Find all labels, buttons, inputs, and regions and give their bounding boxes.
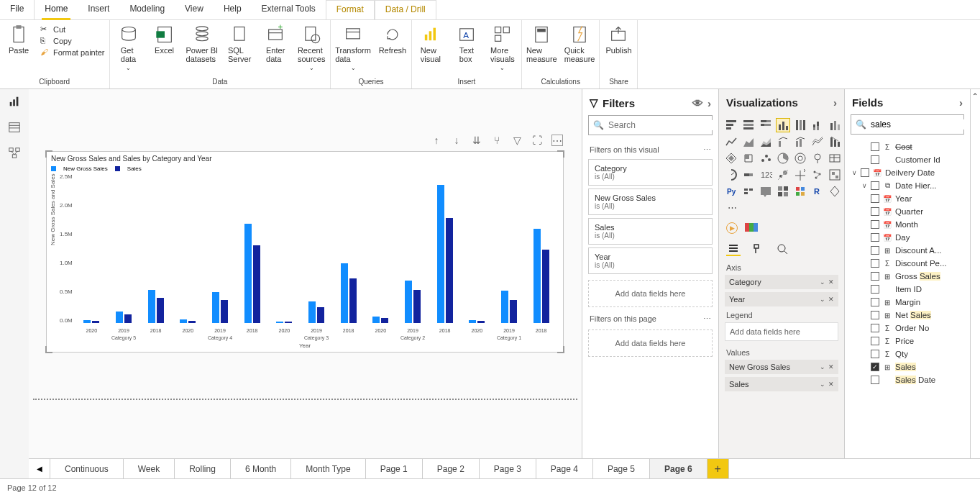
custom-visual-icon[interactable] <box>745 222 758 235</box>
expand-all-icon[interactable]: ⇊ <box>471 135 482 146</box>
bar[interactable] <box>510 300 517 323</box>
more-options-icon[interactable]: ⋯ <box>551 135 563 146</box>
menu-view[interactable]: View <box>175 0 214 19</box>
bar[interactable] <box>276 322 283 323</box>
viz-type-icon[interactable]: ⋯ <box>725 201 738 214</box>
menu-format[interactable]: Format <box>326 0 375 19</box>
viz-type-icon[interactable] <box>794 152 807 165</box>
page-tab[interactable]: Page 3 <box>480 459 536 478</box>
viz-type-icon[interactable] <box>777 168 789 181</box>
tabs-prev[interactable]: ◀ <box>29 459 50 478</box>
viz-type-icon[interactable] <box>777 135 789 148</box>
pbi-datasets-button[interactable]: Power BI datasets <box>186 24 219 63</box>
field-row[interactable]: ✓⊞Sales <box>845 360 970 373</box>
chevron-down-icon[interactable]: ⌄ <box>820 381 825 388</box>
bar[interactable] <box>92 321 99 323</box>
bar[interactable] <box>446 218 453 323</box>
viz-type-icon[interactable] <box>811 119 824 132</box>
viz-type-icon[interactable] <box>742 119 755 132</box>
recent-sources-button[interactable]: Recent sources⌄ <box>297 24 326 71</box>
new-measure-button[interactable]: New measure <box>526 24 557 63</box>
bar[interactable] <box>244 224 252 323</box>
page-tab[interactable]: Page 1 <box>366 459 423 478</box>
add-page-filter[interactable]: Add data fields here <box>588 329 713 357</box>
bar[interactable] <box>405 281 412 323</box>
remove-icon[interactable]: ✕ <box>828 296 834 303</box>
fields-search[interactable]: 🔍 <box>851 114 964 135</box>
analytics-tab[interactable] <box>775 242 789 256</box>
bar[interactable] <box>372 317 380 323</box>
cut-button[interactable]: ✂Cut <box>40 24 105 35</box>
field-row[interactable]: ⊞Net Sales <box>845 309 970 322</box>
chart-visual[interactable]: ↑ ↓ ⇊ ⑂ ▽ ⛶ ⋯ New Gross Sales and Sales … <box>46 151 564 353</box>
bar[interactable] <box>381 318 388 323</box>
menu-external-tools[interactable]: External Tools <box>252 0 326 19</box>
add-page-button[interactable]: + <box>707 459 729 478</box>
filters-search[interactable]: 🔍 <box>588 115 713 135</box>
viz-type-icon[interactable] <box>811 152 824 165</box>
viz-type-icon[interactable]: R <box>811 185 824 198</box>
bar[interactable] <box>341 263 348 323</box>
viz-type-icon[interactable] <box>777 152 789 165</box>
bar[interactable] <box>83 320 91 323</box>
viz-type-icon[interactable]: Py <box>725 185 738 198</box>
field-row[interactable]: 📅Quarter <box>845 205 970 218</box>
format-tab[interactable] <box>751 242 765 256</box>
format-painter-button[interactable]: 🖌Format painter <box>40 47 105 58</box>
eye-icon[interactable]: 👁 <box>692 97 703 109</box>
viz-type-icon[interactable] <box>742 185 755 198</box>
filter-card[interactable]: Yearis (All) <box>588 247 713 274</box>
collapse-icon[interactable]: › <box>833 96 837 109</box>
viz-type-icon[interactable] <box>725 119 738 132</box>
viz-type-icon[interactable] <box>828 152 841 165</box>
bar[interactable] <box>116 312 123 323</box>
viz-type-icon[interactable] <box>742 135 755 148</box>
filter-card[interactable]: Categoryis (All) <box>588 159 713 186</box>
drill-down-icon[interactable]: ↓ <box>451 135 462 146</box>
collapse-icon[interactable]: › <box>707 97 711 109</box>
field-row[interactable]: ⊞Gross Sales <box>845 270 970 283</box>
page-tab[interactable]: Page 4 <box>536 459 593 478</box>
viz-type-icon[interactable] <box>742 152 755 165</box>
page-tab[interactable]: Page 2 <box>423 459 480 478</box>
bar[interactable] <box>285 322 292 323</box>
page-tab[interactable]: 6 Month <box>231 459 291 478</box>
report-canvas[interactable]: ↑ ↓ ⇊ ⑂ ▽ ⛶ ⋯ New Gross Sales and Sales … <box>29 89 582 478</box>
viz-type-icon[interactable] <box>759 135 772 148</box>
menu-file[interactable]: File <box>0 0 35 19</box>
viz-type-icon[interactable] <box>725 168 738 181</box>
bar[interactable] <box>437 185 444 323</box>
excel-button[interactable]: Excel <box>150 24 179 55</box>
menu-home[interactable]: Home <box>35 0 78 19</box>
field-row[interactable]: 📅Year <box>845 192 970 205</box>
page-tab[interactable]: Page 5 <box>593 459 650 478</box>
field-row[interactable]: ⊞Margin <box>845 296 970 309</box>
viz-type-icon[interactable] <box>725 135 738 148</box>
field-row[interactable]: ΣCost <box>845 140 970 153</box>
expand-hierarchy-icon[interactable]: ⑂ <box>491 135 503 146</box>
bar[interactable] <box>308 301 316 323</box>
legend-add[interactable]: Add data fields here <box>725 322 838 341</box>
viz-type-icon[interactable] <box>828 119 841 132</box>
focus-mode-icon[interactable]: ⛶ <box>531 135 543 146</box>
viz-type-icon[interactable] <box>777 119 789 132</box>
paste-button[interactable]: Paste <box>4 24 33 55</box>
bar[interactable] <box>212 292 219 323</box>
field-row[interactable]: ∨⧉Date Hier... <box>845 179 970 192</box>
viz-type-icon[interactable] <box>742 168 755 181</box>
menu-data-drill[interactable]: Data / Drill <box>375 0 436 19</box>
filter-icon[interactable]: ▽ <box>511 135 523 146</box>
bar[interactable] <box>148 290 155 323</box>
chevron-down-icon[interactable]: ⌄ <box>820 296 825 303</box>
play-axis-icon[interactable]: ▶ <box>726 222 738 234</box>
bar[interactable] <box>349 278 357 323</box>
fields-tab[interactable] <box>726 242 741 256</box>
chevron-down-icon[interactable]: ⌄ <box>820 278 825 286</box>
axis-item-category[interactable]: Category⌄✕ <box>725 275 838 289</box>
bar[interactable] <box>180 319 187 323</box>
collapse-handle[interactable]: ⌃ <box>970 89 980 478</box>
remove-icon[interactable]: ✕ <box>828 381 834 388</box>
bar[interactable] <box>469 320 476 323</box>
bar[interactable] <box>542 250 549 323</box>
more-visuals-button[interactable]: More visuals⌄ <box>488 24 517 71</box>
